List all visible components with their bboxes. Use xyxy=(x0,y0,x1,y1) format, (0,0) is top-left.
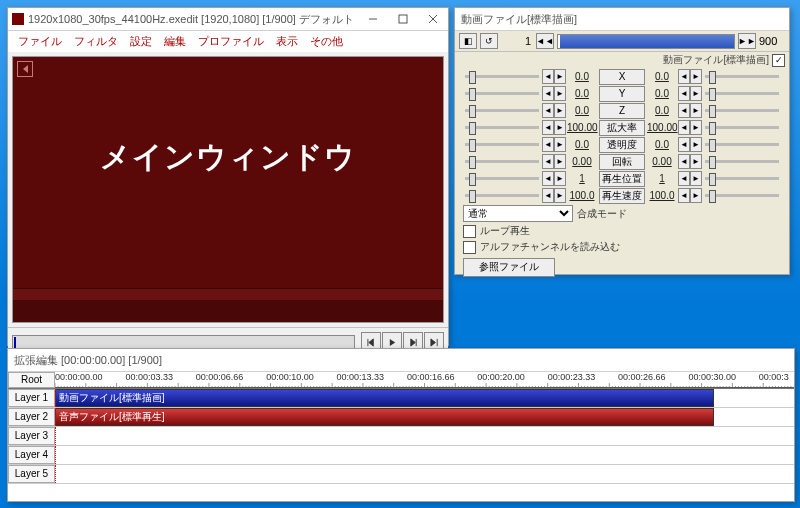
alpha-checkbox[interactable] xyxy=(463,241,476,254)
spin-down-icon[interactable]: ◄ xyxy=(678,69,690,84)
param-value-right[interactable]: 100.0 xyxy=(647,190,677,201)
menu-profile[interactable]: プロファイル xyxy=(198,34,264,49)
minimize-button[interactable] xyxy=(358,8,388,30)
blend-mode-select[interactable]: 通常 xyxy=(463,205,573,222)
param-value-left[interactable]: 0.00 xyxy=(567,156,597,167)
param-value-left[interactable]: 0.0 xyxy=(567,139,597,150)
param-slider-left[interactable] xyxy=(465,143,539,146)
param-name-button[interactable]: X xyxy=(599,69,645,85)
layer-track[interactable] xyxy=(55,427,794,445)
timeline-titlebar[interactable]: 拡張編集 [00:00:00.00] [1/900] xyxy=(8,349,794,372)
spin-up-icon[interactable]: ► xyxy=(690,171,702,186)
param-slider-right[interactable] xyxy=(705,177,779,180)
param-name-button[interactable]: 再生速度 xyxy=(599,188,645,204)
param-name-button[interactable]: Y xyxy=(599,86,645,102)
spin-up-icon[interactable]: ► xyxy=(690,154,702,169)
spin-down-icon[interactable]: ◄ xyxy=(542,103,554,118)
param-name-button[interactable]: 拡大率 xyxy=(599,120,645,136)
spin-down-icon[interactable]: ◄ xyxy=(678,171,690,186)
spin-down-icon[interactable]: ◄ xyxy=(542,171,554,186)
param-value-right[interactable]: 0.0 xyxy=(647,71,677,82)
menu-filter[interactable]: フィルタ xyxy=(74,34,118,49)
spin-down-icon[interactable]: ◄ xyxy=(678,103,690,118)
param-slider-left[interactable] xyxy=(465,194,539,197)
param-slider-left[interactable] xyxy=(465,126,539,129)
param-name-button[interactable]: 透明度 xyxy=(599,137,645,153)
menu-settings[interactable]: 設定 xyxy=(130,34,152,49)
spin-up-icon[interactable]: ► xyxy=(690,103,702,118)
spin-down-icon[interactable]: ◄ xyxy=(678,120,690,135)
spin-down-icon[interactable]: ◄ xyxy=(542,69,554,84)
spin-down-icon[interactable]: ◄ xyxy=(542,137,554,152)
layer-name[interactable]: Layer 3 xyxy=(8,427,55,445)
menu-edit[interactable]: 編集 xyxy=(164,34,186,49)
spin-down-icon[interactable]: ◄ xyxy=(542,188,554,203)
spin-down-icon[interactable]: ◄ xyxy=(542,120,554,135)
reference-file-button[interactable]: 参照ファイル xyxy=(463,258,555,277)
root-cell[interactable]: Root xyxy=(8,372,55,388)
param-slider-right[interactable] xyxy=(705,194,779,197)
close-button[interactable] xyxy=(418,8,448,30)
param-slider-left[interactable] xyxy=(465,160,539,163)
spin-up-icon[interactable]: ► xyxy=(554,69,566,84)
param-slider-right[interactable] xyxy=(705,75,779,78)
param-value-right[interactable]: 0.0 xyxy=(647,88,677,99)
param-value-left[interactable]: 0.0 xyxy=(567,88,597,99)
param-value-left[interactable]: 0.0 xyxy=(567,71,597,82)
param-value-left[interactable]: 1 xyxy=(567,173,597,184)
spin-down-icon[interactable]: ◄ xyxy=(678,188,690,203)
spin-up-icon[interactable]: ► xyxy=(554,120,566,135)
menu-other[interactable]: その他 xyxy=(310,34,343,49)
spin-down-icon[interactable]: ◄ xyxy=(678,86,690,101)
goto-start-icon[interactable] xyxy=(17,61,33,77)
time-ruler[interactable]: 00:00:00.0000:00:03.3300:00:06.6600:00:1… xyxy=(55,372,794,388)
param-slider-left[interactable] xyxy=(465,177,539,180)
param-slider-left[interactable] xyxy=(465,109,539,112)
loop-checkbox[interactable] xyxy=(463,225,476,238)
param-value-left[interactable]: 0.0 xyxy=(567,105,597,116)
layer-track[interactable] xyxy=(55,446,794,464)
spin-up-icon[interactable]: ► xyxy=(690,69,702,84)
spin-up-icon[interactable]: ► xyxy=(554,137,566,152)
param-value-right[interactable]: 1 xyxy=(647,173,677,184)
param-slider-right[interactable] xyxy=(705,143,779,146)
clip-video[interactable]: 動画ファイル[標準描画] xyxy=(55,389,714,407)
param-name-button[interactable]: Z xyxy=(599,103,645,119)
spin-up-icon[interactable]: ► xyxy=(690,137,702,152)
spin-up-icon[interactable]: ► xyxy=(690,188,702,203)
layer-name[interactable]: Layer 2 xyxy=(8,408,55,426)
layer-track[interactable] xyxy=(55,465,794,483)
param-value-right[interactable]: 0.0 xyxy=(647,105,677,116)
layer-name[interactable]: Layer 1 xyxy=(8,389,55,407)
frame-next-button[interactable]: ►► xyxy=(738,33,756,49)
param-value-left[interactable]: 100.00 xyxy=(567,122,597,133)
spin-down-icon[interactable]: ◄ xyxy=(542,86,554,101)
spin-up-icon[interactable]: ► xyxy=(554,154,566,169)
prop-seek[interactable] xyxy=(557,34,735,49)
param-slider-right[interactable] xyxy=(705,160,779,163)
prop-enable-checkbox[interactable]: ✓ xyxy=(772,54,785,67)
param-slider-right[interactable] xyxy=(705,92,779,95)
spin-up-icon[interactable]: ► xyxy=(554,171,566,186)
param-name-button[interactable]: 回転 xyxy=(599,154,645,170)
tool-crop-icon[interactable]: ◧ xyxy=(459,33,477,49)
prop-titlebar[interactable]: 動画ファイル[標準描画] xyxy=(455,8,789,31)
maximize-button[interactable] xyxy=(388,8,418,30)
clip-audio[interactable]: 音声ファイル[標準再生] xyxy=(55,408,714,426)
spin-down-icon[interactable]: ◄ xyxy=(678,137,690,152)
menu-file[interactable]: ファイル xyxy=(18,34,62,49)
spin-up-icon[interactable]: ► xyxy=(554,86,566,101)
spin-up-icon[interactable]: ► xyxy=(554,188,566,203)
tool-reset-icon[interactable]: ↺ xyxy=(480,33,498,49)
param-slider-left[interactable] xyxy=(465,75,539,78)
param-value-right[interactable]: 0.0 xyxy=(647,139,677,150)
main-titlebar[interactable]: 1920x1080_30fps_44100Hz.exedit [1920,108… xyxy=(8,8,448,31)
layer-name[interactable]: Layer 4 xyxy=(8,446,55,464)
spin-down-icon[interactable]: ◄ xyxy=(678,154,690,169)
layer-name[interactable]: Layer 5 xyxy=(8,465,55,483)
layer-track[interactable]: 音声ファイル[標準再生] xyxy=(55,408,794,426)
param-value-left[interactable]: 100.0 xyxy=(567,190,597,201)
layer-track[interactable]: 動画ファイル[標準描画] xyxy=(55,389,794,407)
param-value-right[interactable]: 100.00 xyxy=(647,122,677,133)
param-slider-right[interactable] xyxy=(705,126,779,129)
